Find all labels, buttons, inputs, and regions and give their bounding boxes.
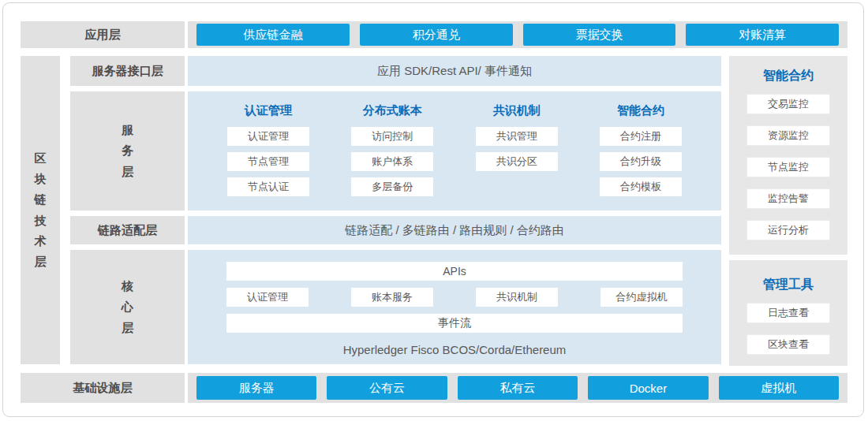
service-item: 多层备份 bbox=[351, 177, 433, 196]
auth-mgmt-header: 认证管理 bbox=[227, 102, 309, 119]
service-item: 认证管理 bbox=[227, 127, 309, 146]
apis-bar: APIs bbox=[226, 262, 683, 281]
service-item: 共识分区 bbox=[476, 152, 558, 171]
infrastructure-layer-row: 基础设施层 服务器 公有云 私有云 Docker 虚拟机 bbox=[21, 373, 847, 403]
service-item: 节点管理 bbox=[227, 152, 309, 171]
core-module: 合约虚拟机 bbox=[600, 288, 683, 307]
infrastructure-layer-strip: 服务器 公有云 私有云 Docker 虚拟机 bbox=[188, 373, 847, 403]
node-public-cloud: 公有云 bbox=[327, 376, 447, 400]
management-tools-panel: 管理工具 日志查看 区块查看 bbox=[729, 260, 847, 366]
infrastructure-layer-label: 基础设施层 bbox=[21, 373, 185, 403]
application-layer-strip: 供应链金融 积分通兑 票据交换 对账清算 bbox=[188, 21, 847, 48]
service-item: 账户体系 bbox=[351, 152, 433, 171]
node-server: 服务器 bbox=[196, 376, 316, 400]
service-item: 节点认证 bbox=[227, 177, 309, 196]
side-item: 交易监控 bbox=[746, 94, 830, 114]
core-layer-panel: APIs 认证管理 账本服务 共识机制 合约虚拟机 事件流 Hyperledge… bbox=[188, 250, 721, 364]
service-layer-panel: 认证管理 认证管理 节点管理 节点认证 分布式账本 访问控制 账户体系 多层备份… bbox=[188, 91, 721, 210]
application-layer-label: 应用层 bbox=[21, 21, 185, 48]
sublayer-content-column: 应用 SDK/Rest API/ 事件通知 认证管理 认证管理 节点管理 节点认… bbox=[188, 56, 721, 364]
core-module: 账本服务 bbox=[351, 288, 433, 307]
smart-contract-column: 智能合约 合约注册 合约升级 合约模板 bbox=[600, 102, 682, 210]
auth-mgmt-column: 认证管理 认证管理 节点管理 节点认证 bbox=[227, 102, 309, 210]
event-stream-bar: 事件流 bbox=[226, 314, 683, 333]
node-docker: Docker bbox=[588, 376, 708, 400]
node-supply-chain-finance: 供应链金融 bbox=[196, 24, 350, 46]
node-bill-exchange: 票据交换 bbox=[523, 24, 676, 46]
smart-contract-monitor-panel: 智能合约 交易监控 资源监控 节点监控 监控告警 运行分析 bbox=[729, 56, 847, 255]
smart-contract-header: 智能合约 bbox=[600, 102, 682, 119]
side-item: 资源监控 bbox=[746, 125, 830, 146]
side-item: 节点监控 bbox=[746, 157, 830, 177]
side-item: 监控告警 bbox=[746, 188, 830, 209]
service-layer-label: 服 务 层 bbox=[70, 91, 185, 210]
node-reconciliation-clearing: 对账清算 bbox=[686, 24, 839, 46]
service-item: 合约升级 bbox=[600, 152, 682, 171]
blockchain-tech-layer-area: 区 块 链 技 术 层 服务器接口层 服 务 层 链路适配层 核 心 层 应用 … bbox=[21, 56, 847, 364]
management-tools-panel-title: 管理工具 bbox=[763, 276, 814, 293]
consensus-header: 共识机制 bbox=[476, 102, 558, 119]
node-points-redemption: 积分通兑 bbox=[360, 24, 513, 46]
application-layer-row: 应用层 供应链金融 积分通兑 票据交换 对账清算 bbox=[21, 21, 847, 48]
core-module: 认证管理 bbox=[226, 288, 309, 307]
service-item: 合约模板 bbox=[600, 177, 682, 196]
consensus-column: 共识机制 共识管理 共识分区 bbox=[476, 102, 558, 210]
server-interface-layer-content: 应用 SDK/Rest API/ 事件通知 bbox=[188, 56, 721, 86]
side-panels-column: 智能合约 交易监控 资源监控 节点监控 监控告警 运行分析 管理工具 日志查看 … bbox=[729, 56, 847, 364]
service-item: 共识管理 bbox=[476, 127, 558, 146]
distributed-ledger-header: 分布式账本 bbox=[351, 102, 433, 119]
platforms-text: Hyperledger Fisco BCOS/Corda/Ethereum bbox=[343, 343, 567, 356]
smart-contract-panel-title: 智能合约 bbox=[763, 67, 814, 84]
core-layer-label: 核 心 层 bbox=[70, 250, 185, 364]
link-adapter-layer-content: 链路适配 / 多链路由 / 路由规则 / 合约路由 bbox=[188, 216, 721, 244]
distributed-ledger-column: 分布式账本 访问控制 账户体系 多层备份 bbox=[351, 102, 433, 210]
side-item: 日志查看 bbox=[746, 303, 830, 323]
blockchain-tech-layer-label: 区 块 链 技 术 层 bbox=[21, 56, 60, 364]
side-item: 运行分析 bbox=[746, 220, 830, 240]
architecture-diagram-card: 应用层 供应链金融 积分通兑 票据交换 对账清算 区 块 链 技 术 层 服务器… bbox=[2, 2, 864, 417]
sublayer-labels-column: 服务器接口层 服 务 层 链路适配层 核 心 层 bbox=[70, 56, 185, 364]
core-modules-row: 认证管理 账本服务 共识机制 合约虚拟机 bbox=[226, 288, 683, 307]
node-private-cloud: 私有云 bbox=[458, 376, 578, 400]
service-item: 合约注册 bbox=[600, 127, 682, 146]
link-adapter-layer-label: 链路适配层 bbox=[70, 216, 185, 244]
side-item: 区块查看 bbox=[746, 334, 830, 355]
service-item: 访问控制 bbox=[351, 127, 433, 146]
core-module: 共识机制 bbox=[476, 288, 558, 307]
node-virtual-machine: 虚拟机 bbox=[719, 376, 839, 400]
server-interface-layer-label: 服务器接口层 bbox=[70, 56, 185, 86]
